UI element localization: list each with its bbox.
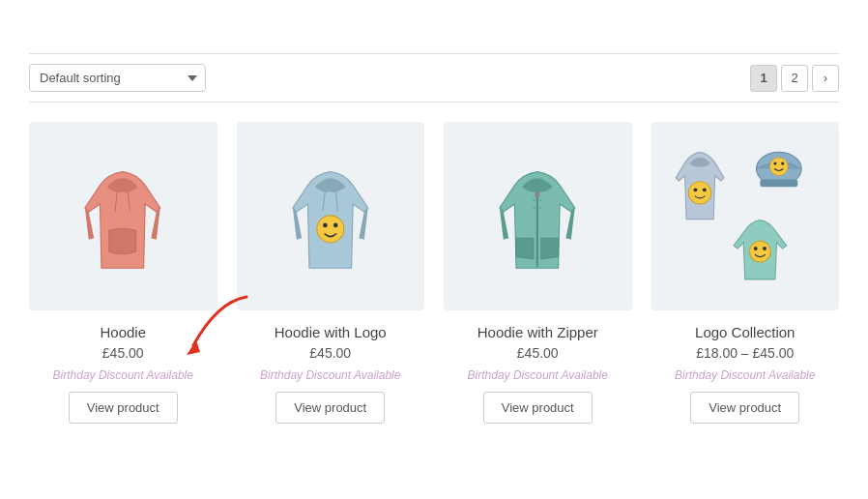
svg-rect-15 [760,180,797,188]
product-name: Hoodie [100,324,146,340]
toolbar: Default sorting Sort by popularity Sort … [29,53,839,103]
view-product-button[interactable]: View product [690,392,799,424]
page-2-button[interactable]: 2 [781,65,808,92]
birthday-badge: Birthday Discount Available [675,368,815,382]
svg-point-23 [693,189,697,192]
svg-point-18 [781,162,784,165]
view-product-button[interactable]: View product [483,392,593,424]
page-title [29,19,839,29]
product-price: £45.00 [102,345,144,361]
svg-point-5 [317,216,344,243]
product-price: £45.00 [517,345,559,361]
svg-point-17 [773,162,776,165]
birthday-badge: Birthday Discount Available [260,368,400,382]
svg-point-20 [754,248,758,251]
product-card: Logo Collection£18.00 – £45.00Birthday D… [651,122,840,424]
products-grid: Hoodie£45.00Birthday Discount AvailableV… [29,122,839,424]
birthday-badge: Birthday Discount Available [53,368,193,382]
product-card: Hoodie with Zipper£45.00Birthday Discoun… [444,122,632,424]
svg-point-16 [769,158,788,176]
svg-rect-9 [535,191,540,197]
toolbar-left: Default sorting Sort by popularity Sort … [29,64,217,92]
product-card: Hoodie with Logo£45.00Birthday Discount … [237,122,425,424]
product-image[interactable] [651,122,840,310]
product-name: Hoodie with Zipper [477,324,598,340]
svg-point-19 [749,242,770,263]
product-image[interactable] [29,122,217,310]
page-container: Default sorting Sort by popularity Sort … [0,0,868,453]
product-card: Hoodie£45.00Birthday Discount AvailableV… [29,122,217,424]
view-product-button[interactable]: View product [275,392,385,424]
product-name: Hoodie with Logo [275,324,387,340]
sort-select[interactable]: Default sorting Sort by popularity Sort … [29,64,206,92]
svg-point-6 [323,223,328,228]
view-product-button[interactable]: View product [69,392,178,424]
product-name: Logo Collection [695,324,795,340]
pagination: 1 2 › [750,65,839,92]
svg-point-22 [688,182,710,204]
svg-point-21 [763,248,767,251]
product-price: £45.00 [309,345,351,361]
product-image[interactable] [237,122,425,310]
svg-point-24 [703,189,707,192]
product-price: £18.00 – £45.00 [696,345,794,361]
birthday-badge: Birthday Discount Available [468,368,608,382]
page-1-button[interactable]: 1 [750,65,777,92]
product-image[interactable] [444,122,632,310]
page-next-button[interactable]: › [812,65,839,92]
svg-point-7 [333,223,338,228]
svg-marker-2 [187,340,200,355]
